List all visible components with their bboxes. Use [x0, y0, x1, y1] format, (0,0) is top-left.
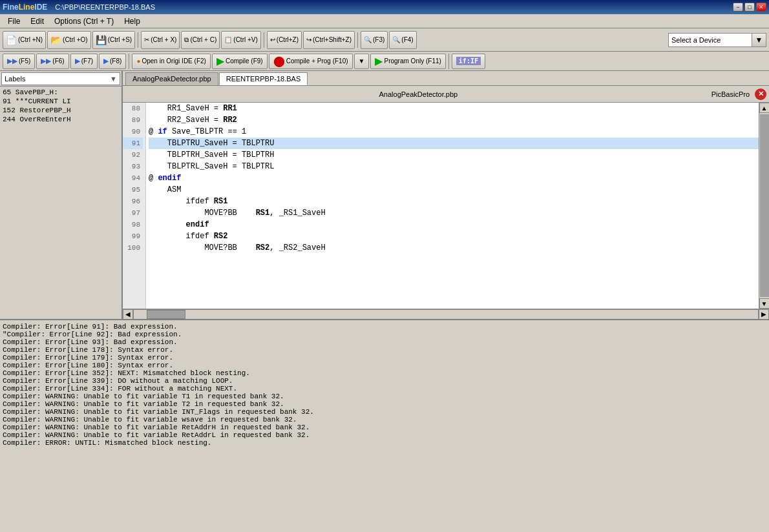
titlebar-left: FineLineIDE C:\PBP\REENTERPBP-18.BAS — [3, 3, 155, 12]
h-scroll-track[interactable] — [133, 309, 759, 320]
find-label: (F3) — [373, 36, 384, 43]
scroll-down-button[interactable]: ▼ — [759, 298, 770, 309]
new-button[interactable]: 📄 (Ctrl +N) — [3, 31, 46, 49]
compile-prog-label: Compile + Prog (F10) — [286, 57, 348, 65]
minimize-button[interactable]: − — [733, 3, 743, 12]
f7-label: (F7) — [81, 57, 93, 65]
compiler-line: Compiler: ERROR: UNTIL: Mismatched block… — [3, 439, 766, 447]
menu-file[interactable]: File — [3, 15, 25, 27]
f8-icon: ▶ — [103, 57, 109, 65]
menu-options[interactable]: Options (Ctrl + T) — [49, 15, 119, 27]
f6-icon: ▶▶ — [41, 57, 51, 65]
paste-icon: 📋 — [224, 36, 232, 43]
compiler-line: Compiler: Error[Line 179]: Syntax error. — [3, 354, 766, 362]
f6-button[interactable]: ▶▶ (F6) — [36, 54, 68, 69]
compiler-line: Compiler: WARNING: Unable to fit variabl… — [3, 424, 766, 431]
paste-button[interactable]: 📋 (Ctrl +V) — [221, 31, 261, 49]
scroll-right-button[interactable]: ▶ — [759, 309, 769, 320]
label-item[interactable]: 244 OverReEnterH — [1, 115, 120, 124]
horizontal-scrollbar[interactable]: ◀ ▶ — [123, 309, 769, 319]
line-num: 96 — [123, 196, 143, 207]
if-button[interactable]: if:IF — [452, 54, 485, 69]
paste-label: (Ctrl +V) — [233, 36, 258, 43]
toolbar2: ▶▶ (F5) ▶▶ (F6) ▶ (F7) ▶ (F8) ● Open in … — [0, 52, 769, 71]
tabs: AnalogPeakDetector.pbp REENTERPBP-18.BAS — [123, 71, 769, 86]
vertical-scrollbar[interactable]: ▲ ▼ — [759, 103, 769, 309]
compile-button[interactable]: ▶ Compile (F9) — [212, 54, 268, 69]
save-button[interactable]: 💾 (Ctrl +S) — [92, 31, 136, 49]
labels-dropdown[interactable]: Labels ▼ — [1, 72, 120, 85]
sep3 — [357, 32, 358, 48]
close-window-button[interactable]: ✕ — [756, 3, 766, 12]
line-num: 89 — [123, 114, 143, 126]
compiler-line: Compiler: Error[Line 339]: DO without a … — [3, 377, 766, 385]
titlebar-controls: − □ ✕ — [733, 3, 766, 12]
editor-filename: AnalogPeakDetector.pbp — [125, 90, 711, 98]
redo-button[interactable]: ↪ (Ctrl+Shift+Z) — [303, 31, 355, 49]
compiler-line: Compiler: WARNING: Unable to fit variabl… — [3, 431, 766, 439]
label-item[interactable]: 65 SavePBP_H: — [1, 88, 120, 97]
label-item[interactable]: 91 ***CURRENT LI — [1, 97, 120, 106]
compiler-line: Compiler: Error[Line 93]: Bad expression… — [3, 338, 766, 346]
compile-prog-button[interactable]: ⬤ Compile + Prog (F10) — [269, 54, 353, 69]
cut-button[interactable]: ✂ (Ctrl + X) — [141, 31, 180, 49]
cut-icon: ✂ — [144, 36, 149, 43]
undo-label: (Ctrl+Z) — [277, 36, 299, 43]
compiler-line: "Compiler: Error[Line 92]: Bad expressio… — [3, 331, 766, 338]
code-line: ifdef RS2 — [149, 230, 759, 242]
open-icon: 📂 — [50, 35, 61, 45]
code-line: ASM — [149, 184, 759, 196]
line-num: 98 — [123, 219, 143, 230]
compiler-line: Compiler: Error[Line 334]: FOR without a… — [3, 385, 766, 393]
tab-analog[interactable]: AnalogPeakDetector.pbp — [125, 72, 218, 85]
line-num: 95 — [123, 184, 143, 196]
titlebar-filepath: C:\PBP\REENTERPBP-18.BAS — [55, 3, 155, 11]
sep5 — [448, 54, 449, 69]
undo-button[interactable]: ↩ (Ctrl+Z) — [267, 31, 302, 49]
redo-icon: ↪ — [306, 36, 311, 43]
scroll-left-button[interactable]: ◀ — [123, 309, 133, 320]
find-button[interactable]: 🔍 (F3) — [361, 31, 388, 49]
new-label: (Ctrl +N) — [18, 36, 43, 43]
compiler-line: Compiler: WARNING: Unable to fit variabl… — [3, 408, 766, 416]
menu-help[interactable]: Help — [119, 15, 145, 27]
program-only-button[interactable]: ▶ Program Only (F11) — [370, 54, 445, 69]
f8-button[interactable]: ▶ (F8) — [99, 54, 126, 69]
open-button[interactable]: 📂 (Ctrl +O) — [47, 31, 91, 49]
f5-button[interactable]: ▶▶ (F5) — [3, 54, 35, 69]
compile-dropdown-button[interactable]: ▼ — [354, 54, 370, 69]
program-only-icon: ▶ — [375, 55, 383, 67]
line-num: 88 — [123, 103, 143, 114]
copy-button[interactable]: ⧉ (Ctrl + C) — [181, 31, 220, 49]
maximize-button[interactable]: □ — [744, 3, 755, 12]
code-content[interactable]: RR1_SaveH = RR1 RR2_SaveH = RR2 @ if Sav… — [146, 103, 759, 309]
device-input[interactable] — [668, 33, 752, 47]
open-ide-label: Open in Origi IDE (F2) — [142, 57, 205, 65]
scroll-up-button[interactable]: ▲ — [759, 103, 770, 113]
compiler-line: Compiler: Error[Line 180]: Syntax error. — [3, 362, 766, 369]
find-next-label: (F4) — [401, 36, 413, 43]
h-scroll-thumb[interactable] — [147, 310, 185, 319]
code-line: TBLPTRU_SaveH = TBLPTRU — [149, 138, 759, 149]
f7-button[interactable]: ▶ (F7) — [70, 54, 98, 69]
line-num: 100 — [123, 242, 143, 254]
close-editor-button[interactable]: ✕ — [755, 88, 766, 100]
scroll-thumb[interactable] — [760, 114, 769, 297]
redo-label: (Ctrl+Shift+Z) — [313, 36, 352, 43]
device-dropdown-button[interactable]: ▼ — [752, 33, 766, 47]
tab-reenter[interactable]: REENTERPBP-18.BAS — [219, 72, 308, 85]
open-ide-button[interactable]: ● Open in Origi IDE (F2) — [132, 54, 211, 69]
compiler-line: Compiler: WARNING: Unable to fit variabl… — [3, 400, 766, 408]
line-num: 92 — [123, 149, 143, 161]
compiler-line: Compiler: Error[Line 91]: Bad expression… — [3, 323, 766, 331]
find-next-button[interactable]: 🔍 (F4) — [389, 31, 416, 49]
label-item[interactable]: 152 RestorePBP_H — [1, 106, 120, 115]
code-line: @ endif — [149, 172, 759, 184]
sep1 — [138, 32, 138, 48]
code-line: @ if Save_TBLPTR == 1 — [149, 126, 759, 138]
editor-type-label: PicBasicPro — [711, 90, 750, 98]
menu-edit[interactable]: Edit — [25, 15, 49, 27]
f7-icon: ▶ — [75, 57, 80, 65]
if-badge: if:IF — [456, 57, 481, 65]
toolbar1: 📄 (Ctrl +N) 📂 (Ctrl +O) 💾 (Ctrl +S) ✂ (C… — [0, 28, 769, 52]
